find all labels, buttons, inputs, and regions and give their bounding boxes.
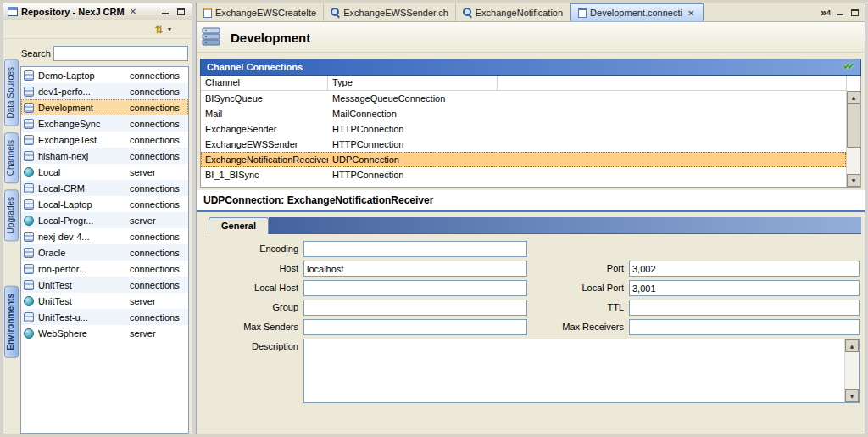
cell-type: HTTPConnection (328, 124, 498, 134)
scrollbar-track[interactable] (845, 352, 859, 389)
maximize-button[interactable] (175, 6, 187, 18)
database-icon (24, 151, 34, 161)
tree-item[interactable]: Local-CRMconnections (21, 180, 188, 196)
validate-check-icon[interactable]: ✔✔ (843, 60, 855, 72)
tree-item-selected[interactable]: Developmentconnections (21, 99, 188, 115)
table-row[interactable]: MailMailConnection (201, 106, 846, 121)
database-icon (24, 248, 34, 258)
tree-item-label: Demo-Laptop (38, 70, 130, 81)
server-icon (24, 328, 34, 339)
search-icon (463, 8, 472, 17)
description-field[interactable]: ▲ ▼ (303, 339, 860, 403)
tab-label: Development.connecti (590, 8, 682, 18)
close-icon[interactable]: ✕ (128, 7, 138, 16)
table-row-selected[interactable]: ExchangeNotificationReceiverUDPConnectio… (201, 152, 846, 167)
tree-item[interactable]: ExchangeSyncconnections (21, 115, 188, 132)
encoding-field[interactable] (303, 241, 527, 257)
tree-item[interactable]: WebSphereserver (21, 325, 188, 341)
tree-item[interactable]: Oracleconnections (21, 244, 188, 261)
tab-data-sources[interactable]: Data Sources (4, 59, 19, 126)
max-senders-field[interactable] (303, 319, 527, 335)
tree-item[interactable]: UnitTestconnections (21, 277, 188, 293)
tree-item[interactable]: UnitTestserver (21, 293, 188, 309)
repository-view-body: Data Sources Channels Upgrades Environme… (3, 39, 192, 434)
channel-connections-header: Channel Connections ✔✔ (200, 59, 861, 76)
tree-item-type: connections (130, 264, 180, 274)
table-row[interactable]: BI_1_BISyncHTTPConnection (201, 167, 846, 182)
page-header: Development (197, 22, 865, 53)
tree-item[interactable]: Local-Progr...server (21, 212, 188, 228)
database-icon (24, 199, 34, 210)
description-label: Description (200, 339, 303, 355)
tree-item-type: connections (130, 183, 180, 193)
tree-item[interactable]: nexj-dev-4...connections (21, 228, 188, 244)
scroll-down-button[interactable]: ▼ (845, 389, 859, 402)
tree-item-type: connections (130, 70, 180, 81)
table-main: Channel Type BISyncQueueMessageQueueConn… (201, 76, 846, 187)
port-field[interactable] (629, 261, 860, 277)
tab-overflow-button[interactable]: » 4 (821, 8, 831, 17)
scroll-up-button[interactable]: ▲ (845, 339, 859, 352)
editor-area: ExchangeEWSCreateIte ExchangeEWSSender.c… (196, 3, 865, 434)
tab-upgrades[interactable]: Upgrades (4, 189, 19, 241)
column-header-type[interactable]: Type (328, 76, 498, 90)
host-label: Host (200, 261, 303, 277)
tab-exchangenotification[interactable]: ExchangeNotification (456, 3, 570, 21)
search-label: Search (21, 48, 50, 59)
link-with-editor-button[interactable]: ⇄ (153, 24, 166, 36)
scroll-down-button[interactable]: ▼ (847, 174, 860, 187)
tab-environments[interactable]: Environments (4, 286, 19, 358)
scrollbar-thumb[interactable] (847, 104, 860, 148)
table-row[interactable]: ExchangeSenderHTTPConnection (201, 121, 846, 137)
ttl-field[interactable] (629, 300, 860, 316)
tree-item-label: Local-Laptop (38, 199, 130, 210)
column-header-channel[interactable]: Channel (201, 76, 328, 90)
environments-tree: Demo-Laptopconnections dev1-perfo...conn… (20, 66, 189, 434)
tab-exchangeewscreateite[interactable]: ExchangeEWSCreateIte (197, 3, 324, 21)
minimize-button[interactable] (159, 6, 171, 18)
local-port-field[interactable] (629, 280, 860, 296)
cell-channel: ExchangeNotificationReceiver (201, 154, 328, 165)
search-input[interactable] (53, 46, 188, 61)
database-icon (24, 87, 34, 97)
max-senders-label: Max Senders (200, 319, 303, 335)
tree-item[interactable]: hisham-nexjconnections (21, 148, 188, 164)
host-field[interactable] (303, 261, 527, 277)
tree-item[interactable]: ron-perfor...connections (21, 261, 188, 277)
server-icon (24, 216, 34, 226)
tree-item-type: server (130, 296, 156, 306)
scroll-up-button[interactable]: ▲ (847, 91, 860, 104)
group-field[interactable] (303, 300, 527, 316)
channel-connections-title: Channel Connections (201, 62, 303, 72)
database-icon (24, 70, 34, 81)
tree-item[interactable]: Local-Laptopconnections (21, 196, 188, 212)
table-row[interactable]: ExchangeEWSSenderHTTPConnection (201, 137, 846, 152)
view-menu-dropdown[interactable]: ▾ (168, 25, 171, 33)
maximize-button[interactable] (849, 7, 861, 19)
tree-item[interactable]: UnitTest-u...connections (21, 309, 188, 325)
tree-item[interactable]: ExchangeTestconnections (21, 132, 188, 148)
server-icon (24, 296, 34, 306)
tab-exchangeewssender[interactable]: ExchangeEWSSender.ch (324, 3, 456, 21)
maximize-icon (851, 9, 859, 16)
tree-item[interactable]: dev1-perfo...connections (21, 83, 188, 99)
form-row: Encoding (200, 241, 860, 257)
tree-item[interactable]: Demo-Laptopconnections (21, 67, 188, 83)
max-receivers-field[interactable] (629, 319, 860, 335)
general-tab-bar: General (200, 217, 861, 234)
tab-development-connections[interactable]: Development.connecti ✕ (570, 3, 704, 21)
close-icon[interactable]: ✕ (686, 8, 696, 18)
tab-channels[interactable]: Channels (4, 132, 19, 183)
local-host-field[interactable] (303, 280, 527, 296)
file-icon (578, 8, 587, 18)
minimize-button[interactable] (833, 7, 846, 19)
tree-item-label: Local-CRM (38, 183, 130, 193)
tree-item[interactable]: Localserver (21, 164, 188, 180)
database-icon (24, 135, 34, 145)
tree-item-type: connections (130, 151, 180, 161)
tree-item-type: server (130, 167, 156, 177)
scrollbar-track[interactable] (847, 104, 860, 174)
table-row[interactable]: BISyncQueueMessageQueueConnection (201, 91, 846, 106)
tree-item-type: connections (130, 199, 180, 210)
tab-general[interactable]: General (209, 217, 269, 234)
